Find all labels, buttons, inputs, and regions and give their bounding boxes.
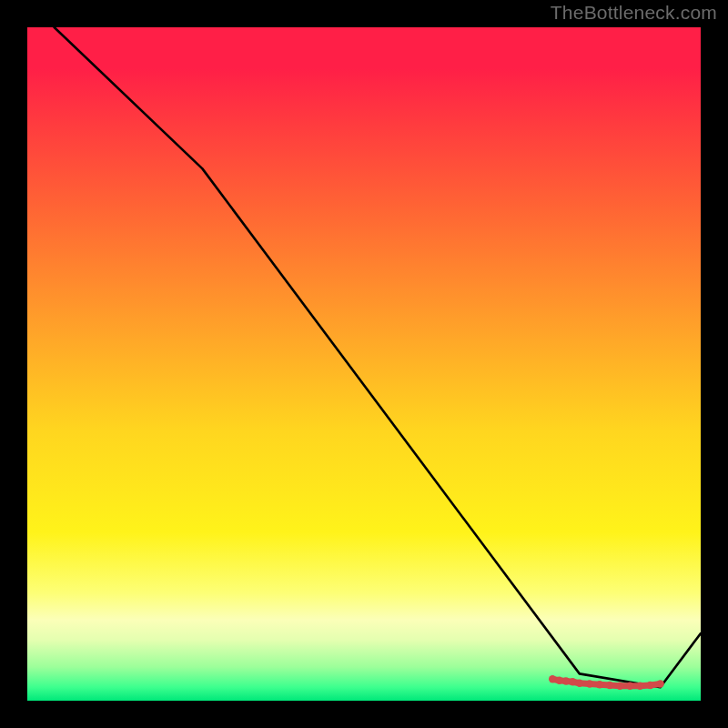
marker-dot	[596, 681, 603, 688]
main-line	[55, 27, 701, 687]
marker-dot	[626, 682, 633, 690]
marker-dot	[569, 678, 576, 685]
marker-dot	[606, 682, 613, 689]
marker-dot	[555, 677, 562, 684]
plot-area	[27, 27, 701, 701]
marker-dot	[646, 682, 653, 689]
attribution-label: TheBottleneck.com	[551, 2, 717, 24]
marker-dot	[562, 677, 570, 684]
marker-dot	[616, 682, 623, 690]
marker-dot	[636, 682, 643, 690]
chart-overlay	[27, 27, 701, 701]
marker-dot	[576, 680, 583, 687]
marker-dot	[549, 675, 556, 682]
chart-stage: TheBottleneck.com	[0, 0, 728, 728]
marker-dot	[586, 680, 593, 687]
marker-dot	[656, 680, 663, 687]
